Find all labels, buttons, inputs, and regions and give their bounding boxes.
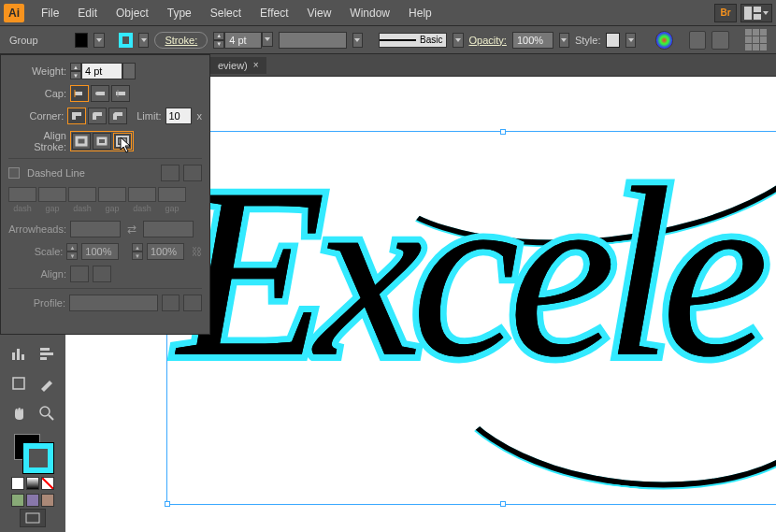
align-stroke-center[interactable] bbox=[72, 133, 91, 150]
menu-effect[interactable]: Effect bbox=[251, 3, 297, 23]
bar-graph-tool[interactable] bbox=[36, 342, 58, 365]
stroke-weight-dropdown[interactable] bbox=[262, 32, 273, 47]
style-label: Style: bbox=[575, 35, 601, 46]
cap-projecting[interactable] bbox=[111, 85, 130, 102]
weight-input[interactable] bbox=[81, 63, 122, 79]
zoom-tool[interactable] bbox=[36, 402, 58, 424]
gradient-mode-btn[interactable] bbox=[26, 477, 39, 490]
fill-swatch[interactable] bbox=[75, 33, 89, 48]
vstroke-profile-select[interactable] bbox=[279, 32, 347, 49]
gap-3[interactable] bbox=[158, 187, 186, 202]
gap-lbl-3: gap bbox=[158, 204, 186, 213]
brush-dropdown[interactable] bbox=[453, 33, 463, 48]
gap-2[interactable] bbox=[98, 187, 126, 202]
draw-normal-btn[interactable] bbox=[11, 494, 24, 507]
dash-2[interactable] bbox=[68, 187, 96, 202]
scale-link-icon[interactable]: ⛓ bbox=[192, 246, 202, 257]
profile-flip-y[interactable] bbox=[183, 295, 202, 311]
corner-miter[interactable] bbox=[67, 108, 86, 124]
arrow-end-select[interactable] bbox=[143, 221, 194, 237]
brush-definition[interactable]: Basic bbox=[379, 33, 447, 48]
sel-handle-bm[interactable] bbox=[500, 501, 506, 507]
tab-close-button[interactable]: × bbox=[253, 60, 259, 70]
dashed-line-checkbox[interactable] bbox=[8, 167, 20, 179]
menu-view[interactable]: View bbox=[298, 3, 341, 23]
arrow-swap[interactable]: ⇄ bbox=[124, 222, 139, 237]
menu-object[interactable]: Object bbox=[107, 3, 158, 23]
color-mode-btn[interactable] bbox=[11, 477, 24, 490]
weight-up[interactable]: ▲ bbox=[70, 63, 81, 71]
scale-a-input[interactable] bbox=[81, 243, 119, 260]
align-arrow-tip[interactable] bbox=[70, 266, 89, 282]
limit-input[interactable] bbox=[165, 108, 192, 124]
extra-button-2[interactable] bbox=[711, 31, 728, 50]
corner-round[interactable] bbox=[88, 108, 107, 124]
menu-edit[interactable]: Edit bbox=[68, 3, 107, 23]
fill-dropdown[interactable] bbox=[93, 33, 104, 48]
svg-rect-13 bbox=[75, 92, 82, 95]
svg-rect-0 bbox=[744, 7, 752, 20]
dash-align-btn[interactable] bbox=[183, 165, 202, 181]
stroke-weight-up[interactable]: ▲ bbox=[213, 32, 224, 40]
bridge-button[interactable]: Br bbox=[714, 4, 737, 22]
stroke-dropdown[interactable] bbox=[138, 33, 149, 48]
draw-behind-btn[interactable] bbox=[26, 494, 39, 507]
menu-help[interactable]: Help bbox=[399, 3, 441, 23]
profile-label: Profile: bbox=[8, 297, 65, 309]
style-dropdown[interactable] bbox=[625, 33, 636, 48]
dash-lbl-3: dash bbox=[128, 204, 156, 213]
scale-b-down[interactable]: ▼ bbox=[132, 252, 143, 260]
profile-select[interactable] bbox=[69, 295, 158, 311]
none-mode-btn[interactable] bbox=[41, 477, 54, 490]
menu-select[interactable]: Select bbox=[201, 3, 251, 23]
screen-mode-btn[interactable] bbox=[20, 509, 46, 527]
scale-a-up[interactable]: ▲ bbox=[66, 243, 78, 252]
stroke-swatch[interactable] bbox=[119, 33, 133, 48]
selection-bounding-box[interactable] bbox=[166, 131, 776, 505]
style-swatch[interactable] bbox=[606, 33, 620, 48]
menu-window[interactable]: Window bbox=[340, 3, 399, 23]
scale-b-up[interactable]: ▲ bbox=[132, 243, 143, 252]
arrow-start-select[interactable] bbox=[70, 221, 121, 237]
artboard-tool[interactable] bbox=[7, 372, 30, 395]
weight-dropdown[interactable] bbox=[122, 63, 136, 79]
cursor-icon bbox=[120, 137, 133, 157]
scale-b-input[interactable] bbox=[147, 243, 184, 260]
arrange-documents-button[interactable] bbox=[740, 4, 772, 22]
sel-handle-tm[interactable] bbox=[500, 129, 506, 135]
stroke-weight-input[interactable] bbox=[224, 32, 262, 49]
column-graph-tool[interactable] bbox=[7, 342, 30, 365]
opacity-label[interactable]: Opacity: bbox=[469, 35, 507, 46]
weight-down[interactable]: ▼ bbox=[70, 71, 81, 79]
recolor-button[interactable] bbox=[655, 31, 672, 50]
hand-tool[interactable] bbox=[7, 402, 30, 424]
stroke-weight-down[interactable]: ▼ bbox=[213, 40, 224, 49]
align-grid-button[interactable] bbox=[745, 29, 767, 51]
align-stroke-inside[interactable] bbox=[93, 133, 111, 150]
dash-preserve-btn[interactable] bbox=[161, 165, 180, 181]
document-tab[interactable]: eview) × bbox=[210, 57, 266, 74]
menu-file[interactable]: File bbox=[32, 3, 68, 23]
cap-round[interactable] bbox=[91, 85, 109, 102]
dash-1[interactable] bbox=[8, 187, 36, 202]
align-arrows-label: Align: bbox=[8, 268, 66, 280]
dash-3[interactable] bbox=[128, 187, 156, 202]
extra-button-1[interactable] bbox=[689, 31, 706, 50]
stroke-panel-link[interactable]: Stroke: bbox=[154, 32, 208, 49]
scale-a-down[interactable]: ▼ bbox=[66, 252, 78, 260]
stroke-indicator[interactable] bbox=[23, 443, 53, 473]
draw-inside-btn[interactable] bbox=[41, 494, 54, 507]
slice-tool[interactable] bbox=[36, 372, 58, 395]
sel-handle-bl[interactable] bbox=[165, 501, 170, 507]
gap-1[interactable] bbox=[38, 187, 66, 202]
align-arrow-end[interactable] bbox=[93, 266, 111, 282]
menu-type[interactable]: Type bbox=[158, 3, 201, 23]
limit-label: Limit: bbox=[137, 110, 161, 122]
profile-flip-x[interactable] bbox=[162, 295, 180, 311]
vstroke-profile-dropdown[interactable] bbox=[352, 33, 363, 48]
cap-butt[interactable] bbox=[70, 85, 89, 102]
opacity-dropdown[interactable] bbox=[559, 33, 569, 48]
opacity-input[interactable] bbox=[512, 32, 553, 49]
corner-bevel[interactable] bbox=[108, 108, 127, 124]
fill-stroke-indicator[interactable] bbox=[12, 432, 53, 473]
